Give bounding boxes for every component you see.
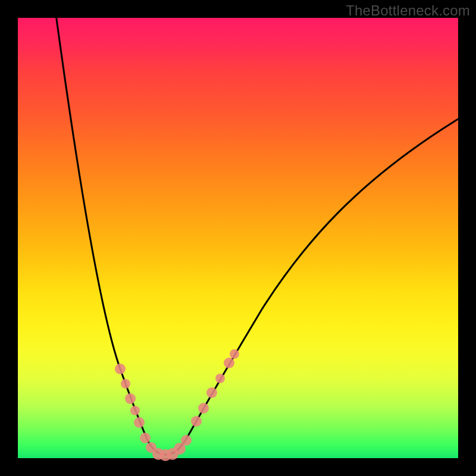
marker-dot bbox=[206, 387, 217, 398]
marker-dot bbox=[224, 358, 234, 368]
marker-dot bbox=[140, 433, 151, 443]
watermark-text: TheBottleneck.com bbox=[346, 2, 470, 19]
marker-dot bbox=[181, 435, 192, 446]
outer-frame: TheBottleneck.com bbox=[0, 0, 476, 476]
marker-dot bbox=[121, 379, 130, 389]
bottleneck-curve bbox=[55, 6, 458, 455]
marker-dot bbox=[125, 393, 136, 404]
marker-dot bbox=[134, 417, 145, 428]
marker-dot bbox=[198, 403, 209, 414]
marker-dot bbox=[230, 349, 239, 359]
marker-dot bbox=[115, 364, 126, 374]
marker-dot bbox=[191, 416, 202, 427]
plot-area bbox=[18, 18, 458, 458]
marker-dot bbox=[130, 406, 140, 415]
chart-svg bbox=[18, 18, 458, 458]
marker-dot bbox=[215, 374, 225, 383]
